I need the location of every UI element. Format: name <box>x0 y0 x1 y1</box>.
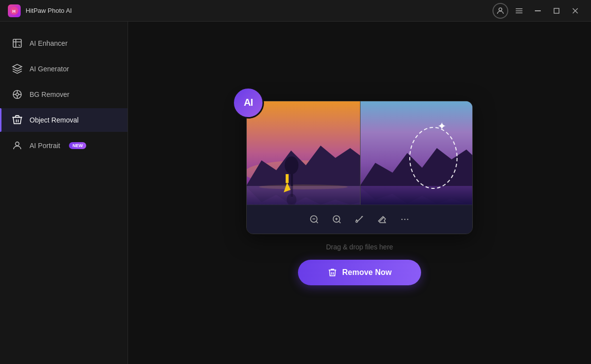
svg-text:✦: ✦ <box>437 120 446 132</box>
minimize-button[interactable] <box>530 3 546 19</box>
ai-portrait-icon <box>12 140 23 151</box>
drag-drop-text: Drag & drop files here <box>326 243 393 251</box>
title-bar-controls <box>492 3 583 19</box>
close-button[interactable] <box>567 3 583 19</box>
ai-generator-icon <box>12 63 23 74</box>
svg-point-47 <box>401 218 403 220</box>
sidebar-item-ai-generator-label: AI Generator <box>30 65 69 73</box>
preview-box: ✦ <box>246 101 473 234</box>
svg-line-43 <box>339 221 341 223</box>
svg-rect-6 <box>535 10 541 11</box>
svg-point-49 <box>407 218 409 220</box>
original-image <box>247 101 360 205</box>
menu-button[interactable] <box>511 3 527 19</box>
svg-rect-5 <box>516 12 523 13</box>
bg-remover-icon <box>12 89 23 100</box>
content-area: AI <box>128 22 591 364</box>
title-bar: H HitPaw Photo AI <box>0 0 591 22</box>
zoom-out-button[interactable] <box>303 210 325 229</box>
svg-point-12 <box>16 93 19 96</box>
erase-button[interactable] <box>371 210 393 229</box>
sidebar-item-ai-portrait[interactable]: AI Portrait NEW <box>0 134 128 157</box>
sidebar-item-ai-generator[interactable]: AI Generator <box>0 57 128 81</box>
remove-icon <box>328 268 337 277</box>
svg-rect-7 <box>554 8 559 13</box>
svg-point-2 <box>499 8 502 11</box>
ai-badge: AI <box>232 87 264 119</box>
main-layout: AI Enhancer AI Generator <box>0 22 591 364</box>
svg-rect-4 <box>516 10 523 11</box>
object-removal-icon <box>12 115 23 125</box>
maximize-button[interactable] <box>549 3 564 19</box>
svg-rect-32 <box>286 174 289 183</box>
svg-line-40 <box>316 221 318 223</box>
ai-enhancer-icon <box>12 38 23 49</box>
sidebar-item-ai-portrait-label: AI Portrait <box>30 142 60 150</box>
svg-point-26 <box>259 184 348 189</box>
sidebar-item-object-removal-label: Object Removal <box>30 116 79 124</box>
remove-now-button[interactable]: Remove Now <box>298 260 421 285</box>
user-profile-icon[interactable] <box>492 3 508 19</box>
svg-rect-36 <box>361 186 473 205</box>
sidebar-item-ai-enhancer-label: AI Enhancer <box>30 39 67 47</box>
svg-rect-3 <box>516 8 523 9</box>
sidebar-item-bg-remover[interactable]: BG Remover <box>0 83 128 106</box>
preview-toolbar <box>247 205 472 234</box>
app-logo: H <box>8 4 21 17</box>
preview-images: ✦ <box>247 101 473 205</box>
preview-container: AI <box>246 101 473 234</box>
remove-now-label: Remove Now <box>342 268 392 277</box>
brush-button[interactable] <box>349 210 370 229</box>
app-title: HitPaw Photo AI <box>26 7 72 14</box>
svg-point-48 <box>404 218 406 220</box>
processed-image: ✦ <box>360 101 473 205</box>
svg-text:H: H <box>12 9 16 14</box>
more-options-button[interactable] <box>394 210 416 229</box>
sidebar-item-ai-enhancer[interactable]: AI Enhancer <box>0 31 128 55</box>
title-bar-left: H HitPaw Photo AI <box>8 4 72 17</box>
sidebar-item-bg-remover-label: BG Remover <box>30 91 69 98</box>
zoom-in-button[interactable] <box>326 210 348 229</box>
svg-point-20 <box>15 142 19 146</box>
new-badge: NEW <box>69 142 86 149</box>
svg-rect-10 <box>13 39 22 48</box>
sidebar: AI Enhancer AI Generator <box>0 22 128 364</box>
svg-point-28 <box>285 156 298 174</box>
sidebar-item-object-removal[interactable]: Object Removal <box>0 108 128 132</box>
